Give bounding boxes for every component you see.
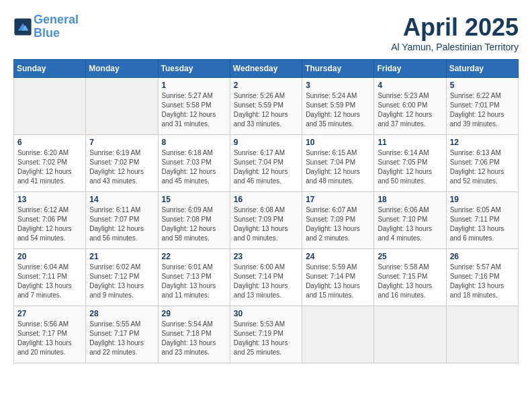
day-number: 27 [17,309,82,318]
location-subtitle: Al Yamun, Palestinian Territory [391,42,519,52]
day-info: Sunrise: 6:07 AM Sunset: 7:09 PM Dayligh… [306,205,370,243]
calendar-cell: 5Sunrise: 6:22 AM Sunset: 7:01 PM Daylig… [446,78,518,135]
logo-blue: Blue [34,27,79,40]
calendar-cell: 14Sunrise: 6:11 AM Sunset: 7:07 PM Dayli… [86,192,158,249]
calendar-cell: 28Sunrise: 5:55 AM Sunset: 7:17 PM Dayli… [86,306,158,363]
day-number: 12 [450,138,515,147]
day-number: 22 [162,252,226,261]
calendar-week-row: 1Sunrise: 5:27 AM Sunset: 5:58 PM Daylig… [14,78,519,135]
day-info: Sunrise: 6:15 AM Sunset: 7:04 PM Dayligh… [306,148,370,186]
day-number: 14 [89,195,154,204]
calendar-cell: 17Sunrise: 6:07 AM Sunset: 7:09 PM Dayli… [302,192,374,249]
day-info: Sunrise: 6:18 AM Sunset: 7:03 PM Dayligh… [162,148,226,186]
day-number: 11 [378,138,442,147]
day-number: 3 [306,81,370,90]
title-block: April 2025 Al Yamun, Palestinian Territo… [391,13,519,52]
day-info: Sunrise: 6:08 AM Sunset: 7:09 PM Dayligh… [234,205,298,243]
weekday-header-wednesday: Wednesday [230,60,302,78]
day-number: 29 [162,309,226,318]
calendar-cell: 29Sunrise: 5:54 AM Sunset: 7:18 PM Dayli… [158,306,230,363]
day-number: 10 [306,138,370,147]
calendar-cell: 11Sunrise: 6:14 AM Sunset: 7:05 PM Dayli… [374,135,446,192]
calendar-cell: 23Sunrise: 6:00 AM Sunset: 7:14 PM Dayli… [230,249,302,306]
calendar-week-row: 20Sunrise: 6:04 AM Sunset: 7:11 PM Dayli… [14,249,519,306]
day-info: Sunrise: 6:17 AM Sunset: 7:04 PM Dayligh… [234,148,298,186]
day-number: 13 [17,195,82,204]
day-number: 5 [450,81,515,90]
calendar-cell: 7Sunrise: 6:19 AM Sunset: 7:02 PM Daylig… [86,135,158,192]
day-info: Sunrise: 5:54 AM Sunset: 7:18 PM Dayligh… [162,320,226,357]
calendar-cell: 12Sunrise: 6:13 AM Sunset: 7:06 PM Dayli… [446,135,518,192]
day-info: Sunrise: 6:22 AM Sunset: 7:01 PM Dayligh… [450,91,515,129]
calendar-cell: 10Sunrise: 6:15 AM Sunset: 7:04 PM Dayli… [302,135,374,192]
day-number: 18 [378,195,442,204]
day-info: Sunrise: 6:06 AM Sunset: 7:10 PM Dayligh… [378,205,442,243]
day-number: 19 [450,195,515,204]
day-info: Sunrise: 5:24 AM Sunset: 5:59 PM Dayligh… [306,91,370,129]
day-number: 6 [17,138,82,147]
page-header: General Blue April 2025 Al Yamun, Palest… [13,13,519,52]
calendar-cell [86,78,158,135]
calendar-cell: 13Sunrise: 6:12 AM Sunset: 7:06 PM Dayli… [14,192,86,249]
calendar-week-row: 6Sunrise: 6:20 AM Sunset: 7:02 PM Daylig… [14,135,519,192]
day-number: 17 [306,195,370,204]
calendar-cell: 16Sunrise: 6:08 AM Sunset: 7:09 PM Dayli… [230,192,302,249]
day-number: 20 [17,252,82,261]
day-info: Sunrise: 6:14 AM Sunset: 7:05 PM Dayligh… [378,148,442,186]
day-number: 9 [234,138,298,147]
logo-general: General [34,13,79,26]
calendar-cell: 2Sunrise: 5:26 AM Sunset: 5:59 PM Daylig… [230,78,302,135]
day-number: 4 [378,81,442,90]
logo-text: General Blue [34,13,79,40]
day-info: Sunrise: 6:05 AM Sunset: 7:11 PM Dayligh… [450,205,515,243]
calendar-cell: 27Sunrise: 5:56 AM Sunset: 7:17 PM Dayli… [14,306,86,363]
day-number: 1 [162,81,226,90]
day-info: Sunrise: 5:55 AM Sunset: 7:17 PM Dayligh… [89,320,154,357]
month-title: April 2025 [391,13,519,42]
calendar-cell: 19Sunrise: 6:05 AM Sunset: 7:11 PM Dayli… [446,192,518,249]
weekday-header-thursday: Thursday [302,60,374,78]
calendar-cell: 3Sunrise: 5:24 AM Sunset: 5:59 PM Daylig… [302,78,374,135]
day-number: 15 [162,195,226,204]
day-info: Sunrise: 5:27 AM Sunset: 5:58 PM Dayligh… [162,91,226,129]
day-info: Sunrise: 6:04 AM Sunset: 7:11 PM Dayligh… [17,263,82,300]
calendar-week-row: 13Sunrise: 6:12 AM Sunset: 7:06 PM Dayli… [14,192,519,249]
calendar-cell: 30Sunrise: 5:53 AM Sunset: 7:19 PM Dayli… [230,306,302,363]
weekday-header-saturday: Saturday [446,60,518,78]
logo-icon [13,17,32,36]
day-info: Sunrise: 5:23 AM Sunset: 6:00 PM Dayligh… [378,91,442,129]
day-number: 26 [450,252,515,261]
day-info: Sunrise: 5:56 AM Sunset: 7:17 PM Dayligh… [17,320,82,357]
weekday-header-monday: Monday [86,60,158,78]
calendar-cell [14,78,86,135]
day-number: 8 [162,138,226,147]
calendar-cell: 21Sunrise: 6:02 AM Sunset: 7:12 PM Dayli… [86,249,158,306]
calendar-cell [302,306,374,363]
calendar-cell: 24Sunrise: 5:59 AM Sunset: 7:14 PM Dayli… [302,249,374,306]
day-number: 30 [234,309,298,318]
calendar-cell: 6Sunrise: 6:20 AM Sunset: 7:02 PM Daylig… [14,135,86,192]
day-info: Sunrise: 5:53 AM Sunset: 7:19 PM Dayligh… [234,320,298,357]
day-number: 25 [378,252,442,261]
calendar-cell [374,306,446,363]
calendar-cell: 8Sunrise: 6:18 AM Sunset: 7:03 PM Daylig… [158,135,230,192]
day-number: 23 [234,252,298,261]
calendar-cell: 4Sunrise: 5:23 AM Sunset: 6:00 PM Daylig… [374,78,446,135]
calendar-header-row: SundayMondayTuesdayWednesdayThursdayFrid… [14,60,519,78]
day-info: Sunrise: 6:11 AM Sunset: 7:07 PM Dayligh… [89,205,154,243]
day-info: Sunrise: 5:26 AM Sunset: 5:59 PM Dayligh… [234,91,298,129]
day-number: 2 [234,81,298,90]
day-info: Sunrise: 6:20 AM Sunset: 7:02 PM Dayligh… [17,148,82,186]
day-number: 28 [89,309,154,318]
day-info: Sunrise: 6:13 AM Sunset: 7:06 PM Dayligh… [450,148,515,186]
day-info: Sunrise: 6:19 AM Sunset: 7:02 PM Dayligh… [89,148,154,186]
calendar-cell: 25Sunrise: 5:58 AM Sunset: 7:15 PM Dayli… [374,249,446,306]
day-info: Sunrise: 6:00 AM Sunset: 7:14 PM Dayligh… [234,263,298,300]
day-info: Sunrise: 5:58 AM Sunset: 7:15 PM Dayligh… [378,263,442,300]
day-info: Sunrise: 6:12 AM Sunset: 7:06 PM Dayligh… [17,205,82,243]
calendar-cell [446,306,518,363]
day-info: Sunrise: 6:09 AM Sunset: 7:08 PM Dayligh… [162,205,226,243]
day-info: Sunrise: 6:01 AM Sunset: 7:13 PM Dayligh… [162,263,226,300]
day-number: 21 [89,252,154,261]
day-info: Sunrise: 6:02 AM Sunset: 7:12 PM Dayligh… [89,263,154,300]
